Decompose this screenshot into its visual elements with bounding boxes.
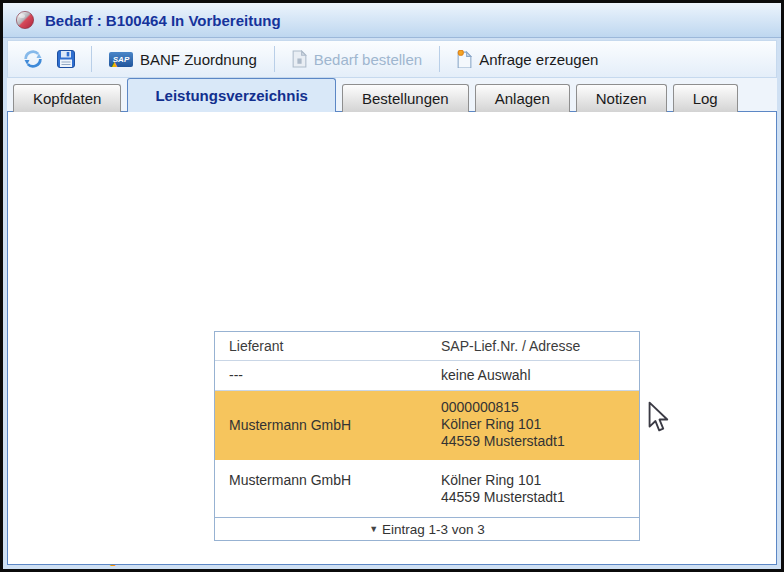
refresh-icon: [22, 48, 44, 70]
toolbar-separator: [274, 46, 275, 72]
dropdown-option-mustermann-815[interactable]: Mustermann GmbH 0000000815 Kölner Ring 1…: [215, 391, 639, 460]
save-button[interactable]: [50, 45, 82, 73]
document-icon: [292, 50, 307, 68]
toolbar: SAP▲ BANF Zuordnung Bedarf bestellen Anf…: [7, 40, 777, 78]
dropdown-pager-label: Eintrag 1-3 von 3: [382, 522, 485, 537]
option-sap-number: 0000000815: [441, 399, 519, 415]
option-col1: Mustermann GmbH: [229, 417, 351, 433]
dropdown-header-row: Lieferant SAP-Lief.Nr. / Adresse: [215, 332, 639, 361]
title-bar: Bedarf : B100464 In Vorbereitung: [3, 3, 781, 38]
dropdown-option-mustermann-2[interactable]: Mustermann GmbH Kölner Ring 101 44559 Mu…: [215, 460, 639, 517]
option-street: Kölner Ring 101: [441, 472, 541, 488]
option-city: 44559 Musterstadt1: [441, 433, 565, 449]
tab-anlagen[interactable]: Anlagen: [475, 84, 570, 112]
lieferant-dropdown-list: Lieferant SAP-Lief.Nr. / Adresse --- kei…: [214, 331, 640, 541]
bedarf-window: Bedarf : B100464 In Vorbereitung SAP: [0, 0, 784, 572]
tab-bar: Kopfdaten Leistungsverzeichnis Bestellun…: [13, 79, 738, 112]
dropdown-header-adresse: SAP-Lief.Nr. / Adresse: [441, 338, 580, 355]
window-title: Bedarf : B100464 In Vorbereitung: [45, 12, 281, 29]
mouse-cursor: [646, 401, 670, 433]
tab-notizen[interactable]: Notizen: [576, 84, 667, 112]
chevron-down-icon: ▼: [369, 524, 378, 534]
option-col1: Mustermann GmbH: [229, 472, 351, 488]
anfrage-erzeugen-label: Anfrage erzeugen: [479, 51, 598, 68]
dropdown-header-lieferant: Lieferant: [229, 338, 283, 354]
save-icon: [56, 49, 76, 69]
option-col2: 0000000815 Kölner Ring 101 44559 Musters…: [441, 399, 565, 450]
refresh-button[interactable]: [16, 44, 50, 74]
option-street: Kölner Ring 101: [441, 416, 541, 432]
toolbar-separator: [439, 46, 440, 72]
app-sphere-icon: [15, 10, 35, 30]
dropdown-option-keine-auswahl[interactable]: --- keine Auswahl: [215, 361, 639, 391]
dropdown-pager[interactable]: ▼ Eintrag 1-3 von 3: [215, 517, 639, 540]
tab-log[interactable]: Log: [673, 84, 738, 112]
tab-leistungsverzeichnis[interactable]: Leistungsverzeichnis: [127, 78, 336, 112]
banf-zuordnung-button[interactable]: SAP▲ BANF Zuordnung: [101, 47, 265, 72]
bedarf-bestellen-button[interactable]: Bedarf bestellen: [284, 46, 430, 72]
tab-kopfdaten[interactable]: Kopfdaten: [13, 84, 121, 112]
option-col2: keine Auswahl: [441, 367, 531, 384]
tab-bestellungen[interactable]: Bestellungen: [342, 84, 469, 112]
option-col2: Kölner Ring 101 44559 Musterstadt1: [441, 472, 565, 506]
option-city: 44559 Musterstadt1: [441, 489, 565, 505]
banf-zuordnung-label: BANF Zuordnung: [140, 51, 257, 68]
sap-icon: SAP▲: [109, 52, 133, 67]
document-new-icon: [457, 50, 472, 68]
option-col1: ---: [229, 367, 243, 383]
toolbar-separator: [91, 46, 92, 72]
anfrage-erzeugen-button[interactable]: Anfrage erzeugen: [449, 46, 606, 72]
bedarf-bestellen-label: Bedarf bestellen: [314, 51, 422, 68]
